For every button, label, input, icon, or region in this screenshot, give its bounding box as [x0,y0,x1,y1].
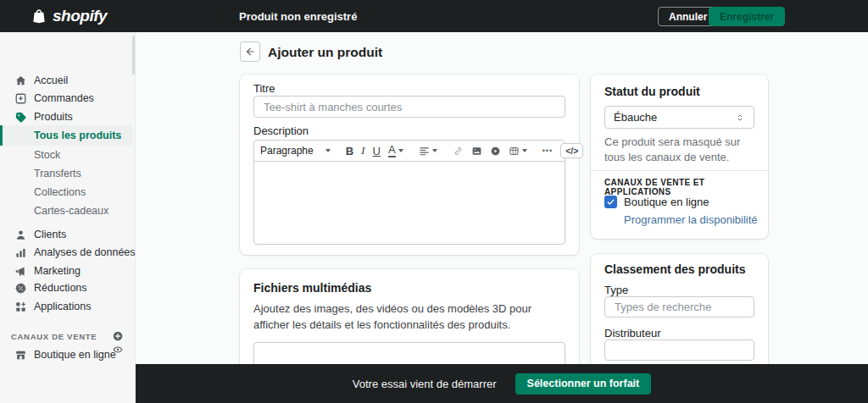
status-help-text: Ce produit sera masqué sur tous les cana… [604,135,757,164]
product-details-card: Titre Description Paragraphe B I U A [240,75,579,255]
sidebar-item-label: Boutique en ligne [34,349,116,361]
org-card-title: Classement des produits [604,262,746,276]
sidebar-item-label: Commandes [34,92,94,104]
sidebar-item-label: Réductions [34,282,87,294]
page-title: Ajouter un produit [268,45,382,60]
rich-text-toolbar: Paragraphe B I U A [253,140,565,162]
schedule-availability-link[interactable]: Programmer la disponibilité [624,213,758,226]
sidebar-item-marketing[interactable]: Marketing [0,262,136,280]
more-options-button[interactable]: ••• [542,146,553,155]
online-store-checkbox-row[interactable]: Boutique en ligne [604,196,709,208]
sidebar-item-label: Marketing [34,265,81,277]
italic-button[interactable]: I [361,144,365,157]
product-status-card: Statut du produit Ébauche Ce produit ser… [591,75,768,239]
paragraph-style-dropdown[interactable]: Paragraphe [260,145,331,157]
sidebar-item-clients[interactable]: Clients [0,225,136,244]
channels-apps-header: CANAUX DE VENTE ET APPLICATIONS [604,178,768,196]
sidebar-subitem-label: Cartes-cadeaux [34,205,108,217]
text-color-button[interactable]: A [388,144,403,157]
home-icon [14,75,27,87]
bold-button[interactable]: B [346,145,353,157]
description-editor-area[interactable] [253,161,565,245]
code-view-button[interactable]: </> [560,143,583,158]
add-channel-icon[interactable] [112,330,124,342]
underline-button[interactable]: U [373,145,381,157]
eye-icon[interactable] [112,344,124,356]
shopify-admin-window: shopify Produit non enregistré Annuler E… [0,0,868,403]
sidebar-item-label: Applications [34,301,91,312]
megaphone-icon [14,265,27,278]
topbar: shopify Produit non enregistré Annuler E… [0,0,868,32]
sidebar-subitem-collections[interactable]: Collections [0,183,136,202]
description-label: Description [253,124,309,137]
sidebar: Accueil Commandes Produits Tous les prod… [0,32,136,403]
sidebar-item-label: Clients [34,229,66,240]
sidebar-item-label: Analyses de données [34,246,136,258]
status-select[interactable]: Ébauche [604,106,754,129]
chevron-down-icon [432,149,437,152]
sidebar-subitem-label: Transferts [34,168,81,179]
customers-icon [14,229,27,241]
online-store-label: Boutique en ligne [624,196,709,208]
sidebar-item-label: Produits [34,111,73,123]
sidebar-subitem-label: Tous les produits [34,130,121,141]
trial-message: Votre essai vient de démarrer [353,378,497,390]
sidebar-item-analyses[interactable]: Analyses de données [0,243,136,262]
discount-icon [14,282,27,295]
title-label: Titre [253,82,275,95]
apps-icon [14,301,27,313]
link-button[interactable] [453,146,464,157]
vendor-input[interactable] [604,340,754,361]
status-card-title: Statut du produit [604,85,700,98]
insert-video-button[interactable] [490,146,501,157]
vendor-label: Distributeur [604,327,660,340]
shopify-bag-icon [31,8,47,25]
insert-table-button[interactable] [509,146,527,157]
card-divider [591,170,768,171]
shopify-logo[interactable]: shopify [31,0,107,32]
storefront-icon [14,349,27,362]
sidebar-item-produits[interactable]: Produits [0,108,136,126]
back-button[interactable] [240,41,260,62]
chevron-down-icon [522,149,527,152]
save-button[interactable]: Enregistrer [709,7,785,26]
shopify-wordmark: shopify [53,7,107,25]
media-card-description: Ajoutez des images, des vidéos ou des mo… [253,301,565,334]
alignment-button[interactable] [419,146,437,157]
arrow-left-icon [244,46,256,58]
sidebar-item-commandes[interactable]: Commandes [0,89,136,108]
status-select-value: Ébauche [614,111,657,124]
select-updown-icon [735,113,745,123]
sidebar-subitem-cartes-cadeaux[interactable]: Cartes-cadeaux [0,202,136,220]
media-card-title: Fichiers multimédias [253,281,371,295]
insert-image-button[interactable] [471,146,482,157]
sidebar-item-accueil[interactable]: Accueil [0,71,136,90]
type-label: Type [604,284,628,296]
sidebar-subitem-transferts[interactable]: Transferts [0,164,136,183]
sidebar-subitem-tous-les-produits[interactable]: Tous les produits [0,125,133,146]
sidebar-scrollbar[interactable] [132,36,135,75]
sidebar-subitem-stock[interactable]: Stock [0,146,136,164]
orders-icon [14,92,27,105]
trial-bar: Votre essai vient de démarrer Sélectionn… [136,364,868,403]
sidebar-item-label: Accueil [34,75,68,86]
online-store-checkbox[interactable] [604,196,617,208]
chevron-down-icon [326,149,331,152]
sales-channels-header: Canaux de vente [11,332,97,341]
bar-chart-icon [14,246,27,259]
sidebar-subitem-label: Collections [34,186,86,198]
chevron-down-icon [398,149,403,152]
topbar-title: Produit non enregistré [239,0,357,32]
sidebar-item-applications[interactable]: Applications [0,297,136,316]
title-input[interactable] [253,96,565,118]
sidebar-subitem-label: Stock [34,149,60,161]
tag-icon [14,111,27,124]
select-plan-button[interactable]: Sélectionner un forfait [515,373,652,395]
type-input[interactable] [604,296,754,317]
sidebar-item-reductions[interactable]: Réductions [0,279,136,297]
